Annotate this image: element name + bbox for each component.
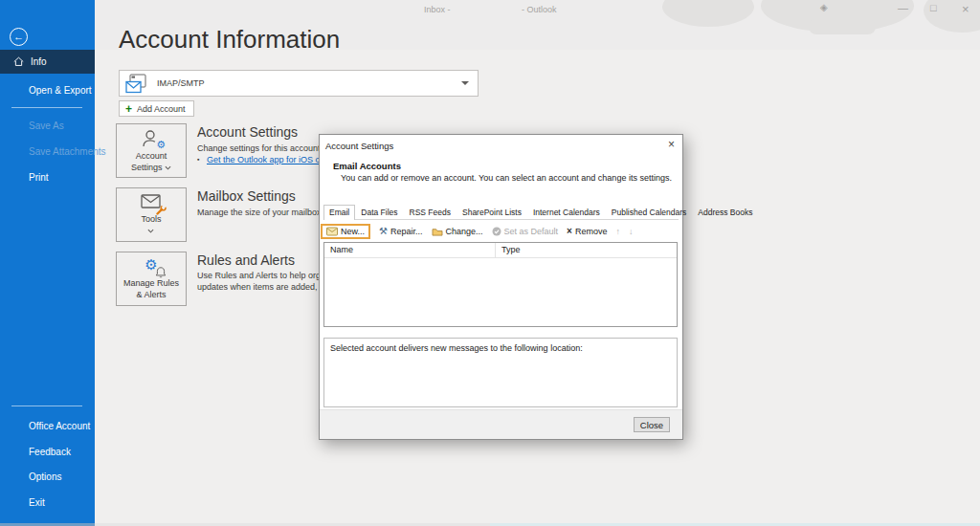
ribbon-display-options-icon[interactable]: ◈ <box>820 2 828 12</box>
tab-rss-feeds[interactable]: RSS Feeds <box>404 205 457 219</box>
sidebar-item-info[interactable]: Info <box>0 50 95 74</box>
gear-bell-icon: ⚙ <box>145 257 157 276</box>
cloud-shape <box>809 19 876 34</box>
check-circle-icon <box>492 227 501 236</box>
dialog-close-icon[interactable]: × <box>668 138 675 151</box>
person-gear-icon: ⚙ <box>140 128 163 149</box>
maximize-icon[interactable]: □ <box>930 2 937 13</box>
accounts-table: Name Type <box>323 242 678 327</box>
account-mail-icon <box>125 74 148 94</box>
dialog-toolbar: New... ⚒ Repair... Change... Set as Defa… <box>324 223 633 239</box>
titlebar-inbox-label: Inbox - <box>424 5 451 14</box>
chevron-down-icon <box>165 165 171 170</box>
account-settings-dialog: Account Settings × Email Accounts You ca… <box>319 134 683 440</box>
section-desc-mailbox-settings: Manage the size of your mailbox by <box>197 208 333 217</box>
account-settings-button[interactable]: ⚙ Account Settings <box>116 123 187 178</box>
window-close-icon[interactable]: × <box>962 2 969 16</box>
wrench-icon <box>156 205 167 215</box>
new-account-button[interactable]: New... <box>321 224 370 239</box>
tab-data-files[interactable]: Data Files <box>355 205 403 219</box>
column-header-name[interactable]: Name <box>324 243 496 257</box>
section-desc-account-settings: Change settings for this account or s <box>197 143 337 153</box>
tab-internet-calendars[interactable]: Internet Calendars <box>527 205 606 219</box>
chevron-down-icon <box>461 81 469 85</box>
delivery-location-text: Selected account delivers new messages t… <box>330 343 583 353</box>
backstage-sidebar: ← Info Open & Export Save As Save Attach… <box>0 0 95 523</box>
new-mail-icon <box>326 227 338 236</box>
tile-label: Account Settings <box>131 151 171 173</box>
dialog-footer: Close <box>320 409 682 439</box>
sidebar-item-label: Info <box>31 56 47 67</box>
delivery-location-box: Selected account delivers new messages t… <box>323 338 678 407</box>
home-icon <box>13 56 24 67</box>
bell-icon <box>155 266 167 278</box>
email-accounts-description: You can add or remove an account. You ca… <box>341 173 672 183</box>
sidebar-divider <box>11 107 82 108</box>
mailbox-tools-icon <box>140 193 163 212</box>
account-selector-value: IMAP/SMTP <box>157 78 205 88</box>
accounts-table-header: Name Type <box>324 243 677 258</box>
plus-icon: + <box>125 104 132 114</box>
back-arrow-icon: ← <box>13 31 24 42</box>
add-account-label: Add Account <box>137 104 186 114</box>
close-button[interactable]: Close <box>634 417 670 432</box>
tab-email[interactable]: Email <box>323 205 355 220</box>
move-up-icon: ↑ <box>615 227 620 236</box>
tools-button[interactable]: Tools <box>116 187 187 242</box>
sidebar-item-save-attachments: Save Attachments <box>29 146 106 157</box>
bullet-icon: ▪ <box>197 156 199 163</box>
move-down-icon: ↓ <box>629 227 634 236</box>
section-desc-rules-alerts-line1: Use Rules and Alerts to help organiz <box>197 271 337 280</box>
section-desc-rules-alerts-line2: updates when items are added, chan <box>197 282 339 292</box>
tab-published-calendars[interactable]: Published Calendars <box>606 205 692 219</box>
back-button[interactable]: ← <box>10 28 28 46</box>
set-as-default-button: Set as Default <box>492 227 559 236</box>
dialog-title: Account Settings <box>325 141 393 151</box>
repair-tools-icon: ⚒ <box>379 226 388 236</box>
account-selector-dropdown[interactable]: IMAP/SMTP <box>119 70 479 97</box>
section-heading-account-settings: Account Settings <box>197 124 298 140</box>
section-heading-mailbox-settings: Mailbox Settings <box>197 188 296 204</box>
tab-address-books[interactable]: Address Books <box>692 205 758 219</box>
tile-label: Tools <box>141 214 161 236</box>
get-outlook-app-link[interactable]: Get the Outlook app for iOS or <box>207 155 323 164</box>
sidebar-item-save-as: Save As <box>29 121 64 131</box>
change-folder-icon <box>432 227 443 236</box>
sidebar-item-exit[interactable]: Exit <box>29 497 45 508</box>
change-account-button[interactable]: Change... <box>432 227 483 236</box>
outlook-backstage-window: Inbox - - Outlook ◈ — □ × ← Info Open & … <box>0 0 980 526</box>
sidebar-item-open-export[interactable]: Open & Export <box>29 85 92 96</box>
sidebar-item-options[interactable]: Options <box>29 471 61 482</box>
add-account-button[interactable]: + Add Account <box>119 100 194 117</box>
chevron-down-icon <box>147 229 154 233</box>
page-title: Account Information <box>119 25 340 55</box>
dialog-tab-bar: Email Data Files RSS Feeds SharePoint Li… <box>323 204 679 220</box>
remove-x-icon: × <box>567 226 572 236</box>
sidebar-divider <box>11 405 82 406</box>
sidebar-item-feedback[interactable]: Feedback <box>29 447 71 457</box>
titlebar-app-label: - Outlook <box>522 5 557 14</box>
sidebar-item-office-account[interactable]: Office Account <box>29 421 90 431</box>
tab-sharepoint-lists[interactable]: SharePoint Lists <box>457 205 527 219</box>
manage-rules-alerts-button[interactable]: ⚙ Manage Rules & Alerts <box>116 252 187 306</box>
email-accounts-heading: Email Accounts <box>333 161 401 171</box>
minimize-icon[interactable]: — <box>898 2 908 13</box>
outlook-app-link-row: ▪ Get the Outlook app for iOS or <box>197 155 323 164</box>
sidebar-item-print[interactable]: Print <box>29 172 49 183</box>
tile-label: Manage Rules & Alerts <box>123 278 179 300</box>
repair-account-button[interactable]: ⚒ Repair... <box>379 226 423 236</box>
remove-account-button[interactable]: × Remove <box>567 226 607 236</box>
section-heading-rules-alerts: Rules and Alerts <box>197 252 295 268</box>
column-header-type[interactable]: Type <box>496 243 521 257</box>
